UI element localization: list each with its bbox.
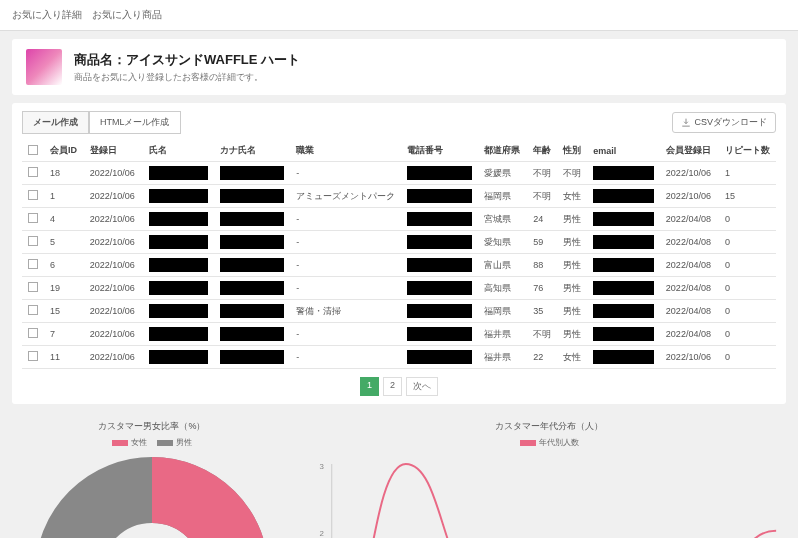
cell-name-redacted [149, 235, 208, 249]
cell-pref: 福井県 [478, 346, 527, 369]
cell-reg: 2022/10/06 [660, 162, 719, 185]
cell-name-redacted [149, 166, 208, 180]
cell-kana-redacted [220, 166, 285, 180]
cell-job: - [290, 162, 401, 185]
cell-date: 2022/10/06 [84, 300, 143, 323]
cell-job: - [290, 323, 401, 346]
row-checkbox[interactable] [28, 190, 38, 200]
col-header: 職業 [290, 140, 401, 162]
cell-date: 2022/10/06 [84, 346, 143, 369]
cell-reg: 2022/10/06 [660, 185, 719, 208]
row-checkbox[interactable] [28, 328, 38, 338]
cell-sex: 女性 [557, 346, 587, 369]
cell-reg: 2022/04/08 [660, 323, 719, 346]
donut-title: カスタマー男女比率（%） [12, 420, 292, 433]
table-row: 112022/10/06-福井県22女性2022/10/060 [22, 346, 776, 369]
page-sub: お気に入り商品 [92, 8, 162, 22]
row-checkbox[interactable] [28, 282, 38, 292]
cell-tel-redacted [407, 281, 472, 295]
cell-name-redacted [149, 327, 208, 341]
cell-reg: 2022/04/08 [660, 254, 719, 277]
cell-pref: 愛媛県 [478, 162, 527, 185]
page-2[interactable]: 2 [383, 377, 402, 396]
cell-kana-redacted [220, 304, 285, 318]
cell-job: アミューズメントパーク [290, 185, 401, 208]
cell-kana-redacted [220, 212, 285, 226]
svg-text:3: 3 [319, 462, 324, 471]
cell-kana-redacted [220, 327, 285, 341]
customer-table: 会員ID登録日氏名カナ氏名職業電話番号都道府県年齢性別email会員登録日リピー… [22, 140, 776, 369]
csv-download-button[interactable]: CSVダウンロード [672, 112, 776, 133]
cell-reg: 2022/04/08 [660, 231, 719, 254]
cell-id: 6 [44, 254, 84, 277]
cell-tel-redacted [407, 350, 472, 364]
col-header: 性別 [557, 140, 587, 162]
cell-mail-redacted [593, 281, 654, 295]
col-header: リピート数 [719, 140, 776, 162]
cell-pref: 富山県 [478, 254, 527, 277]
cell-age: 24 [527, 208, 557, 231]
cell-rep: 0 [719, 254, 776, 277]
cell-pref: 高知県 [478, 277, 527, 300]
svg-text:2: 2 [319, 529, 324, 538]
cell-rep: 0 [719, 208, 776, 231]
row-checkbox[interactable] [28, 167, 38, 177]
table-row: 62022/10/06-富山県88男性2022/04/080 [22, 254, 776, 277]
cell-reg: 2022/04/08 [660, 277, 719, 300]
table-row: 42022/10/06-宮城県24男性2022/04/080 [22, 208, 776, 231]
row-checkbox[interactable] [28, 236, 38, 246]
cell-id: 4 [44, 208, 84, 231]
download-icon [681, 118, 691, 128]
cell-mail-redacted [593, 235, 654, 249]
main-panel: メール作成 HTMLメール作成 CSVダウンロード 会員ID登録日氏名カナ氏名職… [12, 103, 786, 404]
tab-html-mail[interactable]: HTMLメール作成 [89, 111, 181, 134]
cell-id: 7 [44, 323, 84, 346]
cell-date: 2022/10/06 [84, 185, 143, 208]
table-row: 12022/10/06アミューズメントパーク福岡県不明女性2022/10/061… [22, 185, 776, 208]
donut-legend: 女性 男性 [12, 437, 292, 448]
tab-mail[interactable]: メール作成 [22, 111, 89, 134]
pagination: 1 2 次へ [22, 377, 776, 396]
cell-tel-redacted [407, 212, 472, 226]
row-checkbox[interactable] [28, 351, 38, 361]
page-next[interactable]: 次へ [406, 377, 438, 396]
cell-date: 2022/10/06 [84, 323, 143, 346]
breadcrumb: お気に入り詳細 お気に入り商品 [0, 0, 798, 31]
page-1[interactable]: 1 [360, 377, 379, 396]
cell-reg: 2022/04/08 [660, 300, 719, 323]
cell-rep: 0 [719, 300, 776, 323]
cell-age: 22 [527, 346, 557, 369]
row-checkbox[interactable] [28, 305, 38, 315]
cell-id: 5 [44, 231, 84, 254]
table-row: 52022/10/06-愛知県59男性2022/04/080 [22, 231, 776, 254]
col-header [22, 140, 44, 162]
cell-pref: 宮城県 [478, 208, 527, 231]
line-title: カスタマー年代分布（人） [312, 420, 786, 433]
cell-mail-redacted [593, 212, 654, 226]
cell-age: 88 [527, 254, 557, 277]
cell-id: 19 [44, 277, 84, 300]
row-checkbox[interactable] [28, 213, 38, 223]
cell-tel-redacted [407, 258, 472, 272]
cell-kana-redacted [220, 281, 285, 295]
cell-reg: 2022/10/06 [660, 346, 719, 369]
cell-rep: 15 [719, 185, 776, 208]
cell-id: 1 [44, 185, 84, 208]
cell-rep: 1 [719, 162, 776, 185]
donut-chart [32, 454, 272, 538]
cell-name-redacted [149, 258, 208, 272]
cell-job: - [290, 346, 401, 369]
table-row: 152022/10/06警備・清掃福岡県35男性2022/04/080 [22, 300, 776, 323]
row-checkbox[interactable] [28, 259, 38, 269]
cell-mail-redacted [593, 258, 654, 272]
checkbox-all[interactable] [28, 145, 38, 155]
tabs: メール作成 HTMLメール作成 [22, 111, 181, 134]
cell-date: 2022/10/06 [84, 254, 143, 277]
cell-job: - [290, 254, 401, 277]
cell-id: 18 [44, 162, 84, 185]
cell-date: 2022/10/06 [84, 162, 143, 185]
cell-reg: 2022/04/08 [660, 208, 719, 231]
cell-sex: 男性 [557, 231, 587, 254]
cell-age: 76 [527, 277, 557, 300]
cell-mail-redacted [593, 166, 654, 180]
